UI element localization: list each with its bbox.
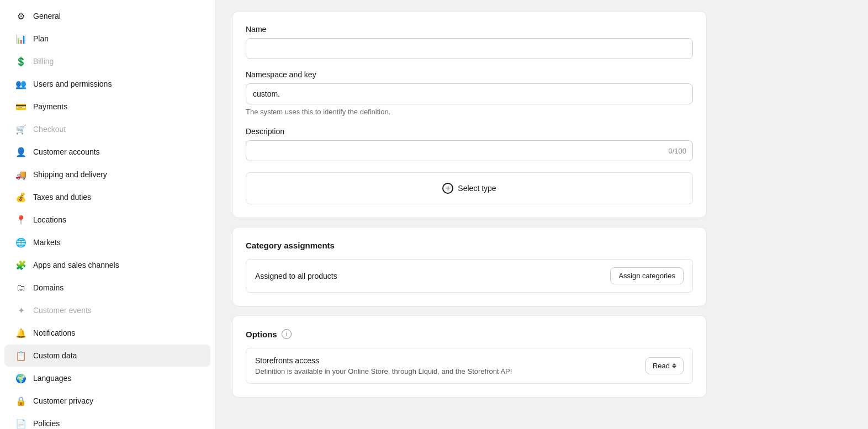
sidebar-item-label-checkout: Checkout bbox=[33, 125, 66, 134]
domains-icon: 🗂 bbox=[15, 282, 27, 293]
category-row: Assigned to all products Assign categori… bbox=[246, 259, 693, 293]
sidebar-item-payments[interactable]: 💳Payments bbox=[4, 96, 210, 118]
assigned-text: Assigned to all products bbox=[255, 272, 337, 280]
options-card: Options i Storefronts access Definition … bbox=[232, 315, 707, 398]
namespace-input[interactable] bbox=[246, 83, 693, 104]
description-wrapper: 0/100 bbox=[246, 140, 693, 161]
namespace-hint: The system uses this to identify the def… bbox=[246, 108, 693, 116]
customer-accounts-icon: 👤 bbox=[15, 146, 27, 157]
policies-icon: 📄 bbox=[15, 418, 27, 429]
sidebar-item-general[interactable]: ⚙General bbox=[4, 5, 210, 27]
select-type-label: Select type bbox=[458, 184, 496, 193]
name-field-group: Name bbox=[246, 25, 693, 59]
customer-privacy-icon: 🔒 bbox=[15, 395, 27, 406]
read-select-value: Read bbox=[653, 362, 670, 370]
description-field-group: Description 0/100 bbox=[246, 127, 693, 161]
users-and-permissions-icon: 👥 bbox=[15, 78, 27, 89]
sidebar-item-label-domains: Domains bbox=[33, 283, 63, 292]
custom-data-icon: 📋 bbox=[15, 350, 27, 361]
select-type-button[interactable]: + Select type bbox=[246, 172, 693, 204]
apps-and-sales-channels-icon: 🧩 bbox=[15, 259, 27, 271]
options-info-icon[interactable]: i bbox=[282, 329, 292, 339]
sidebar-item-notifications[interactable]: 🔔Notifications bbox=[4, 322, 210, 344]
category-section-title: Category assignments bbox=[246, 241, 693, 250]
main-content: Name Namespace and key The system uses t… bbox=[215, 0, 868, 429]
notifications-icon: 🔔 bbox=[15, 327, 27, 338]
sidebar-item-customer-accounts[interactable]: 👤Customer accounts bbox=[4, 141, 210, 163]
sidebar-item-markets[interactable]: 🌐Markets bbox=[4, 231, 210, 253]
plan-icon: 📊 bbox=[15, 33, 27, 44]
languages-icon: 🌍 bbox=[15, 373, 27, 384]
sidebar-item-label-customer-privacy: Customer privacy bbox=[33, 396, 93, 405]
sidebar-item-label-customer-accounts: Customer accounts bbox=[33, 147, 100, 156]
locations-icon: 📍 bbox=[15, 214, 27, 225]
checkout-icon: 🛒 bbox=[15, 124, 27, 135]
sidebar-item-users-and-permissions[interactable]: 👥Users and permissions bbox=[4, 73, 210, 95]
sidebar-item-label-custom-data: Custom data bbox=[33, 351, 77, 360]
sidebar-item-languages[interactable]: 🌍Languages bbox=[4, 367, 210, 389]
description-input[interactable] bbox=[246, 140, 693, 161]
sidebar-item-label-taxes-and-duties: Taxes and duties bbox=[33, 193, 91, 202]
options-title: Options bbox=[246, 330, 277, 339]
taxes-and-duties-icon: 💰 bbox=[15, 192, 27, 203]
plus-circle-icon: + bbox=[442, 183, 453, 194]
sidebar-item-label-users-and-permissions: Users and permissions bbox=[33, 80, 112, 88]
namespace-label: Namespace and key bbox=[246, 70, 693, 79]
sidebar-item-label-shipping-and-delivery: Shipping and delivery bbox=[33, 170, 107, 179]
sidebar-item-plan[interactable]: 📊Plan bbox=[4, 28, 210, 50]
updown-chevron-icon bbox=[672, 363, 676, 368]
customer-events-icon: ✦ bbox=[15, 305, 27, 316]
sidebar-item-shipping-and-delivery[interactable]: 🚚Shipping and delivery bbox=[4, 163, 210, 186]
billing-icon: 💲 bbox=[15, 56, 27, 67]
category-assignments-card: Category assignments Assigned to all pro… bbox=[232, 227, 707, 306]
general-icon: ⚙ bbox=[15, 10, 27, 22]
sidebar-item-label-payments: Payments bbox=[33, 102, 67, 111]
sidebar-item-apps-and-sales-channels[interactable]: 🧩Apps and sales channels bbox=[4, 254, 210, 276]
sidebar: ⚙General📊Plan💲Billing👥Users and permissi… bbox=[0, 0, 215, 429]
name-input[interactable] bbox=[246, 38, 693, 59]
storefront-access-row: Storefronts access Definition is availab… bbox=[246, 348, 693, 384]
sidebar-item-locations[interactable]: 📍Locations bbox=[4, 209, 210, 231]
sidebar-item-label-plan: Plan bbox=[33, 34, 49, 43]
sidebar-item-checkout[interactable]: 🛒Checkout bbox=[4, 118, 210, 140]
sidebar-item-label-languages: Languages bbox=[33, 374, 71, 383]
sidebar-item-label-general: General bbox=[33, 12, 61, 20]
payments-icon: 💳 bbox=[15, 101, 27, 112]
sidebar-item-label-policies: Policies bbox=[33, 419, 60, 428]
name-label: Name bbox=[246, 25, 693, 34]
assign-categories-button[interactable]: Assign categories bbox=[610, 267, 684, 284]
storefront-text-block: Storefronts access Definition is availab… bbox=[255, 356, 512, 375]
sidebar-item-label-markets: Markets bbox=[33, 238, 61, 247]
description-label: Description bbox=[246, 127, 693, 136]
markets-icon: 🌐 bbox=[15, 237, 27, 248]
namespace-field-group: Namespace and key The system uses this t… bbox=[246, 70, 693, 116]
sidebar-item-label-customer-events: Customer events bbox=[33, 306, 92, 315]
sidebar-item-label-apps-and-sales-channels: Apps and sales channels bbox=[33, 261, 119, 269]
sidebar-item-taxes-and-duties[interactable]: 💰Taxes and duties bbox=[4, 186, 210, 208]
sidebar-item-domains[interactable]: 🗂Domains bbox=[4, 277, 210, 299]
storefront-access-title: Storefronts access bbox=[255, 356, 512, 365]
sidebar-item-billing[interactable]: 💲Billing bbox=[4, 50, 210, 72]
sidebar-item-label-notifications: Notifications bbox=[33, 329, 75, 337]
sidebar-item-customer-events[interactable]: ✦Customer events bbox=[4, 299, 210, 321]
options-title-row: Options i bbox=[246, 329, 693, 339]
sidebar-item-policies[interactable]: 📄Policies bbox=[4, 412, 210, 429]
storefront-access-select[interactable]: Read bbox=[645, 357, 684, 374]
definition-card: Name Namespace and key The system uses t… bbox=[232, 11, 707, 218]
sidebar-item-customer-privacy[interactable]: 🔒Customer privacy bbox=[4, 390, 210, 412]
sidebar-item-custom-data[interactable]: 📋Custom data bbox=[4, 345, 210, 367]
sidebar-item-label-locations: Locations bbox=[33, 215, 66, 224]
shipping-and-delivery-icon: 🚚 bbox=[15, 169, 27, 180]
storefront-access-description: Definition is available in your Online S… bbox=[255, 367, 512, 375]
sidebar-item-label-billing: Billing bbox=[33, 57, 54, 66]
